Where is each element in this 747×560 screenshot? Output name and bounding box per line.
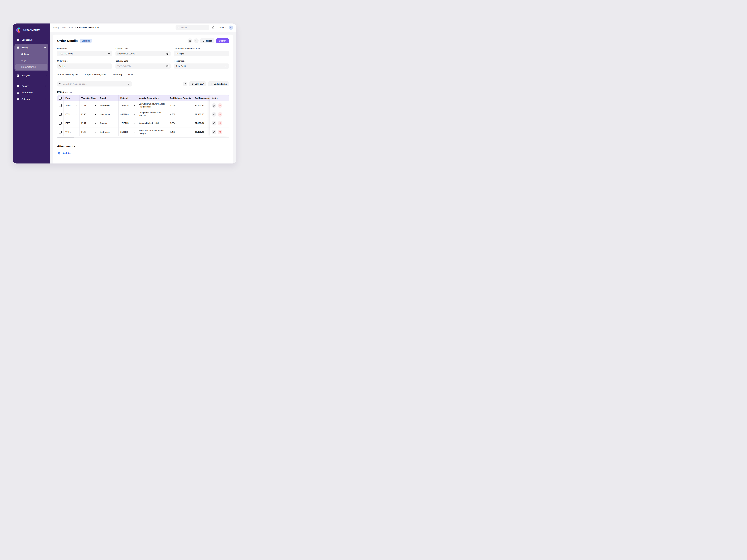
material-select[interactable]: 7551838 (121, 104, 135, 107)
more-options-button[interactable] (194, 38, 199, 43)
row-actions (210, 110, 229, 119)
edit-row-button[interactable] (212, 121, 216, 126)
value-on-class-select[interactable]: F140 (81, 113, 96, 115)
item-search[interactable] (57, 81, 132, 86)
delete-row-button[interactable] (218, 121, 223, 126)
column-header-value-on-class: Value On Class (79, 95, 98, 101)
responsible-select[interactable]: John Smith (174, 63, 229, 69)
sidebar-subitem-manufacturing[interactable]: Manufacturing (16, 63, 48, 70)
delete-row-button[interactable] (218, 130, 223, 134)
value-on-class-select[interactable]: F141 (81, 122, 96, 124)
item-search-input[interactable] (63, 83, 125, 85)
add-file-button[interactable]: Add file (57, 152, 71, 155)
brand-select[interactable]: Budweiser (100, 131, 117, 133)
row-checkbox[interactable] (59, 113, 61, 116)
field-customer-po: Customer's Purchase Order Receipts (174, 47, 229, 56)
created-date-input[interactable]: 2024/04/16 11:08:34 (115, 51, 171, 56)
sidebar-item-billing[interactable]: Billing (15, 44, 48, 51)
material-select[interactable]: 1719735 (121, 122, 135, 124)
row-actions (210, 101, 229, 110)
dropdown-triangle-icon (115, 132, 117, 133)
customer-po-input[interactable]: Receipts (174, 51, 229, 56)
dropdown-triangle-icon (95, 132, 96, 133)
brand-select[interactable]: Budweiser (100, 104, 117, 107)
edit-row-button[interactable] (212, 130, 216, 134)
plant-cell: FJ30 (63, 119, 79, 128)
row-checkbox-cell (57, 128, 63, 136)
submit-button[interactable]: Submit (216, 38, 229, 43)
scrollbar-thumb[interactable] (57, 137, 74, 138)
brand-cell: Budweiser (98, 128, 119, 136)
sidebar-item-label: Dashboard (22, 38, 32, 41)
value-on-class-select[interactable]: Z141 (81, 104, 96, 107)
plant-select[interactable]: VN01 (66, 131, 77, 133)
table-row: VN02 Z141 Budweiser 7551838 Budweiser 3L… (57, 101, 229, 110)
sidebar-subitem-buying[interactable]: Buying (15, 57, 48, 63)
tab-label: Note (128, 73, 133, 76)
recall-button[interactable]: Recall (200, 38, 214, 43)
field-wholesaler: Wholesaler RED REF0001 (57, 47, 112, 56)
sidebar-item-analytics[interactable]: Analytics (13, 72, 50, 79)
order-type-value: Selling (59, 65, 66, 68)
print-button[interactable] (187, 38, 192, 43)
tab-label: POCM Inventory VFC (57, 73, 79, 76)
global-search[interactable] (176, 25, 209, 30)
section-divider (57, 141, 229, 141)
material-select[interactable]: 3582203 (121, 113, 135, 115)
plant-cell: VN02 (63, 101, 79, 110)
sidebar-item-settings[interactable]: Settings (13, 96, 50, 102)
sidebar-subitem-selling[interactable]: Selling (15, 51, 48, 57)
sidebar-item-quality[interactable]: Quality (13, 83, 50, 89)
dropdown-triangle-icon (115, 105, 117, 106)
filter-icon[interactable] (127, 82, 130, 85)
row-actions (210, 119, 229, 128)
grid-icon (16, 91, 20, 94)
bell-icon (212, 26, 214, 29)
row-checkbox[interactable] (59, 122, 61, 125)
sidebar-item-integration[interactable]: Intergration (13, 89, 50, 96)
edit-row-button[interactable] (212, 103, 216, 108)
dropdown-triangle-icon (95, 123, 96, 124)
wholesaler-select[interactable]: RED REF0001 (57, 51, 112, 56)
breadcrumb-billing[interactable]: Billing (53, 26, 59, 29)
delete-row-button[interactable] (218, 103, 223, 108)
tab[interactable]: Capex Inventory VFC (85, 73, 107, 78)
action-column: Action (210, 95, 229, 136)
tab[interactable]: Note (128, 73, 133, 78)
material-select[interactable]: 2501130 (121, 131, 135, 133)
select-all-checkbox[interactable] (59, 97, 61, 100)
chevron-right-icon (45, 75, 47, 77)
update-items-button[interactable]: Update Items (208, 81, 229, 86)
order-type-input[interactable]: Selling (57, 63, 112, 69)
breadcrumb-sales-orders[interactable]: Sales Orders (62, 26, 74, 29)
sidebar-item-dashboard[interactable]: Dashboard (13, 36, 50, 43)
row-checkbox[interactable] (59, 104, 61, 107)
notifications-button[interactable] (212, 26, 214, 29)
brand-select[interactable]: Hoogarden (100, 113, 117, 115)
help-menu-button[interactable]: Help (220, 26, 227, 29)
tab[interactable]: Summary (112, 73, 123, 78)
edit-row-button[interactable] (212, 112, 216, 117)
global-search-input[interactable] (181, 26, 207, 29)
link-sap-button[interactable]: Link SAP (189, 81, 206, 86)
brand-value: Budweiser (100, 104, 110, 107)
plant-select[interactable]: VN02 (66, 104, 77, 107)
avatar[interactable]: A (229, 26, 233, 30)
card-header: Order Details Ordering Recall (57, 38, 229, 43)
value-on-class-cell: F123 (79, 128, 98, 136)
trash-icon (219, 113, 221, 115)
value-on-class-select[interactable]: F123 (81, 131, 96, 133)
plant-select[interactable]: FE12 (66, 113, 77, 115)
plant-select[interactable]: FJ30 (66, 122, 77, 124)
tab[interactable]: POCM Inventory VFC (57, 73, 79, 78)
row-checkbox[interactable] (59, 131, 61, 133)
column-header-action: Action (210, 95, 229, 101)
delete-row-button[interactable] (218, 112, 223, 117)
brand-select[interactable]: Corona (100, 122, 117, 124)
delivery-date-input[interactable]: YYYY/MM/DD (115, 63, 171, 69)
breadcrumb-separator: / (60, 26, 60, 29)
chevron-down-icon (108, 53, 110, 55)
sidebar-divider (16, 81, 47, 81)
brand-cell: Corona (98, 119, 119, 128)
export-file-button[interactable] (183, 81, 187, 86)
